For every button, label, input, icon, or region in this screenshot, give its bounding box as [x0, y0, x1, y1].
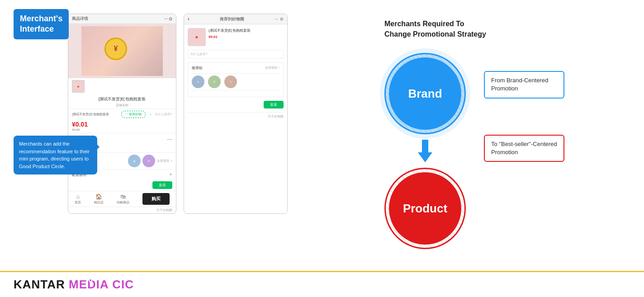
- share-friend-3: C: [224, 75, 237, 88]
- share-product-name: (测试不发货)红包抱枕套装: [208, 28, 284, 33]
- product-info-row: (测试不发货)红包抱枕套装 ♡ 推荐好物 → 为什么推荐?: [68, 108, 176, 120]
- nav-featured-label: 精品店: [94, 200, 104, 205]
- yuan-coin: ¥: [104, 38, 127, 60]
- content-area: Merchant's Interface Merchants can add t…: [0, 0, 644, 271]
- all-friends: 全部朋友 >: [157, 159, 172, 163]
- message-placeholder: 为什么推荐?: [190, 52, 208, 56]
- footer: KANTAR MED IA MEDIA CICCIC: [0, 271, 644, 297]
- right-title: Merchants Required To Change Promotional…: [384, 9, 630, 39]
- right-section: Merchants Required To Change Promotional…: [375, 9, 630, 262]
- share-product-price: ¥0.01: [208, 35, 284, 39]
- nav-featured[interactable]: 🏠 精品店: [94, 193, 104, 205]
- arrow-shaft: [422, 140, 428, 152]
- circles-and-labels: Brand Product: [384, 53, 630, 249]
- phone-nav: ⌂ 首页 🏠 精品店 🛍 待购商品 购买: [68, 191, 176, 207]
- price-row: ¥0.01 ¥1.00: [68, 120, 176, 133]
- share-post-label: 发表: [270, 103, 277, 107]
- left-section: Merchant's Interface Merchants can add t…: [14, 9, 357, 262]
- right-title-text: Merchants Required To Change Promotional…: [384, 20, 486, 38]
- share-product-thumb: ▪: [188, 28, 206, 46]
- product-circle: Product: [389, 172, 461, 245]
- recommend-button[interactable]: ♡ 推荐好物: [121, 111, 146, 118]
- share-friend-1: A: [192, 75, 204, 88]
- phone-mockups: 商品详情 ··· ⊙ ¥ ▪: [68, 14, 357, 214]
- phone1-title: 商品详情: [72, 16, 88, 22]
- product-image-area: ¥: [68, 24, 176, 78]
- share-about-label: 关于好物圈: [268, 115, 284, 118]
- phone1-settings: ⊙: [169, 16, 172, 21]
- phone1-controls: ··· ⊙: [164, 16, 172, 21]
- nav-home[interactable]: ⌂ 首页: [75, 193, 81, 205]
- product-circle-outer: Product: [384, 168, 466, 249]
- phone1-dots: ···: [164, 16, 168, 21]
- store-name: 店铺名称: [68, 103, 176, 108]
- buy-btn-label: 购买: [152, 196, 161, 201]
- phone2-header: ‹ 推荐到好物圈 ··· ⊙: [184, 14, 287, 24]
- phone2-dots: ···: [275, 17, 278, 21]
- friend-avatar-2: B: [142, 155, 155, 167]
- to-box: To "Best-seller"-Centered Promotion: [484, 135, 564, 162]
- left-circles: Brand Product: [384, 53, 466, 249]
- share-post-button[interactable]: 发表: [264, 101, 284, 108]
- share-message-area[interactable]: 为什么推荐?: [188, 50, 284, 59]
- arrow-icon: →: [148, 113, 152, 117]
- share-about-link: 关于好物圈: [188, 112, 284, 119]
- thumb-1[interactable]: ▪: [72, 80, 85, 93]
- callout-bubble: Merchants can add the recommendation fea…: [14, 136, 97, 174]
- back-arrow-icon[interactable]: ‹: [188, 16, 189, 22]
- product-thumbnails: ▪: [68, 78, 176, 94]
- phone2-settings: ⊙: [280, 17, 284, 21]
- store-icon: 🏠: [95, 193, 102, 200]
- arrow-section: [418, 140, 432, 162]
- home-icon: ⌂: [76, 193, 80, 200]
- main-container: Merchant's Interface Merchants can add t…: [0, 0, 644, 297]
- share-post-row: 发表: [188, 101, 284, 108]
- phone-product-detail: 商品详情 ··· ⊙ ¥ ▪: [68, 14, 176, 214]
- about-link[interactable]: 关于好物圈: [68, 207, 176, 213]
- phone1-header: 商品详情 ··· ⊙: [68, 14, 176, 24]
- merchant-badge: Merchant's Interface: [14, 9, 69, 39]
- share-product-row: ▪ (测试不发货)红包抱枕套装 ¥0.01: [188, 28, 284, 46]
- price-original: ¥1.00: [72, 128, 172, 131]
- product-image: ¥: [81, 26, 163, 76]
- media-text: ME: [69, 278, 87, 291]
- kantar-logo-text: KANTAR: [14, 278, 65, 292]
- product-label: Product: [403, 202, 447, 216]
- bag-icon: 🛍: [120, 193, 126, 200]
- why-recommend: 为什么推荐?: [155, 112, 172, 117]
- arrow-head: [418, 152, 432, 162]
- all-friends-label: 全部朋友 ›: [265, 66, 279, 71]
- send-to-row: 推荐给 全部朋友 ›: [192, 66, 279, 71]
- post-button[interactable]: 发表: [152, 181, 172, 189]
- brand-label: Brand: [408, 87, 442, 101]
- product-title: (测试不发货)红包抱枕套装: [68, 94, 176, 103]
- recommend-btn-label: 推荐好物: [129, 112, 142, 117]
- recommend-icon: ♡: [125, 113, 128, 116]
- share-panel: ▪ (测试不发货)红包抱枕套装 ¥0.01 为什么推荐?: [184, 24, 287, 123]
- d-icon: D: [87, 278, 96, 292]
- callout-text: Merchants can add the recommendation fea…: [19, 141, 90, 169]
- phone-recommend-circle: ‹ 推荐到好物圈 ··· ⊙ ▪ (测试不: [184, 14, 288, 214]
- share-product-info: (测试不发货)红包抱枕套装 ¥0.01: [208, 28, 284, 39]
- nav-home-label: 首页: [75, 200, 81, 205]
- friends-area: A B C: [192, 73, 279, 90]
- diagram-container: Brand Product: [384, 53, 630, 249]
- phone2-title: 推荐到好物圈: [220, 16, 244, 22]
- share-friend-2: B: [208, 75, 221, 88]
- right-labels: From Brand-Centered Promotion To "Best-s…: [484, 71, 564, 162]
- nav-wishlist[interactable]: 🛍 待购商品: [117, 193, 129, 205]
- from-label: From Brand-Centered Promotion: [491, 77, 548, 92]
- friend-avatar-1: A: [128, 155, 141, 167]
- post-btn-label: 发表: [159, 183, 166, 187]
- price-main: ¥0.01: [72, 121, 172, 128]
- nav-wishlist-label: 待购商品: [117, 200, 129, 205]
- share-divider: 推荐给 全部朋友 › A B C: [188, 62, 284, 97]
- post-row: 发表: [68, 179, 176, 191]
- product-name-small: (测试不发货)红包抱枕套装: [72, 112, 118, 117]
- to-label: To "Best-seller"-Centered Promotion: [491, 141, 557, 156]
- buy-button[interactable]: 购买: [142, 193, 170, 205]
- brand-circle: Brand: [389, 57, 461, 130]
- phone2-controls: ··· ⊙: [275, 17, 284, 21]
- send-to-label: 推荐给: [192, 66, 203, 71]
- desc-minus: —: [167, 136, 172, 142]
